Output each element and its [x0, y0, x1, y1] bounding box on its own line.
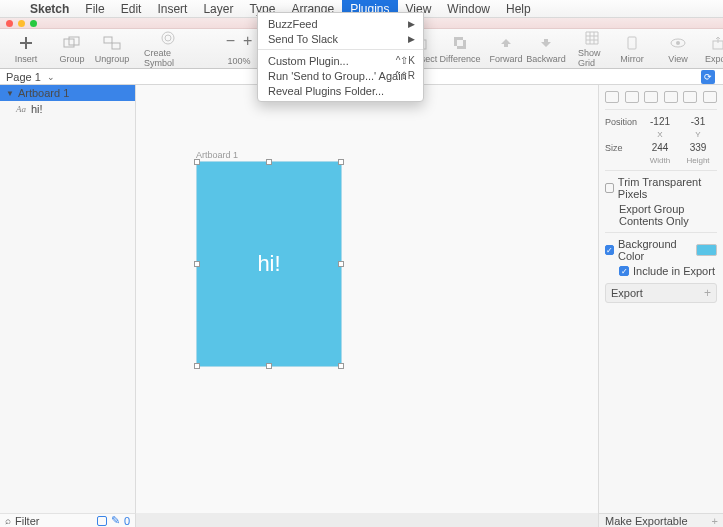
align-middle-icon[interactable]	[683, 91, 697, 103]
bgcolor-checkbox[interactable]: ✓Background Color	[605, 238, 717, 262]
symbol-icon	[160, 29, 176, 47]
svg-rect-15	[457, 40, 463, 46]
minimize-window-icon[interactable]	[18, 20, 25, 27]
align-bottom-icon[interactable]	[703, 91, 717, 103]
svg-point-6	[162, 32, 174, 44]
menu-layer[interactable]: Layer	[195, 0, 241, 18]
artboard[interactable]: hi!	[196, 161, 342, 367]
zoom-window-icon[interactable]	[30, 20, 37, 27]
resize-handle[interactable]	[338, 261, 344, 267]
mirror-button[interactable]: Mirror	[612, 29, 652, 68]
disclosure-triangle-icon[interactable]: ▼	[6, 89, 14, 98]
size-label: Size	[605, 143, 641, 153]
apple-menu-icon[interactable]	[6, 7, 22, 11]
checkbox-icon: ✓	[619, 266, 629, 276]
backward-icon	[539, 33, 553, 53]
difference-icon	[453, 33, 467, 53]
layer-name: hi!	[31, 103, 43, 115]
menu-item-buzzfeed[interactable]: BuzzFeed▶	[258, 16, 423, 31]
menu-item-custom-plugin[interactable]: Custom Plugin...^⇧K	[258, 53, 423, 68]
plus-icon[interactable]: +	[704, 286, 711, 300]
view-button[interactable]: View	[658, 29, 698, 68]
align-center-icon[interactable]	[625, 91, 639, 103]
shortcut: ^⇧K	[396, 55, 415, 66]
svg-point-18	[676, 41, 680, 45]
svg-rect-16	[628, 37, 636, 49]
forward-icon	[499, 33, 513, 53]
inspector-panel: Position -121 -31 XY Size 244 339 WidthH…	[598, 85, 723, 513]
plus-icon[interactable]: +	[712, 515, 723, 527]
search-icon[interactable]: ⌕	[5, 515, 11, 526]
zoom-out-icon[interactable]: −	[226, 32, 235, 50]
chevron-down-icon[interactable]: ⌄	[47, 72, 55, 82]
workspace: ▼ Artboard 1 Aa hi! Artboard 1 hi!	[0, 85, 723, 513]
menu-insert[interactable]: Insert	[149, 0, 195, 18]
color-swatch[interactable]	[696, 244, 717, 256]
show-grid-button[interactable]: Show Grid	[572, 29, 612, 68]
difference-button[interactable]: Difference	[440, 29, 480, 68]
insert-button[interactable]: Insert	[6, 29, 46, 68]
resize-handle[interactable]	[338, 159, 344, 165]
trim-checkbox[interactable]: Trim Transparent Pixels	[605, 176, 717, 200]
filter-input[interactable]: Filter	[15, 515, 39, 527]
resize-handle[interactable]	[194, 363, 200, 369]
export-group-checkbox[interactable]: Export Group Contents Only	[605, 203, 717, 227]
menu-item-send-to-slack[interactable]: Send To Slack▶	[258, 31, 423, 46]
position-label: Position	[605, 117, 641, 127]
zoom-in-icon[interactable]: +	[243, 32, 252, 50]
close-window-icon[interactable]	[6, 20, 13, 27]
checkbox-icon: ✓	[605, 245, 614, 255]
ungroup-button[interactable]: Ungroup	[92, 29, 132, 68]
svg-rect-5	[112, 43, 120, 49]
canvas-text[interactable]: hi!	[257, 251, 280, 277]
align-right-icon[interactable]	[644, 91, 658, 103]
filter-toggle-icon[interactable]	[97, 516, 107, 526]
align-left-icon[interactable]	[605, 91, 619, 103]
menu-window[interactable]: Window	[439, 0, 498, 18]
resize-handle[interactable]	[194, 159, 200, 165]
refresh-icon[interactable]: ⟳	[701, 70, 715, 84]
mirror-icon	[625, 33, 639, 53]
menu-file[interactable]: File	[77, 0, 112, 18]
align-controls	[605, 89, 717, 110]
submenu-arrow-icon: ▶	[408, 34, 415, 44]
svg-rect-4	[104, 37, 112, 43]
page-label[interactable]: Page 1	[6, 71, 41, 83]
canvas[interactable]: Artboard 1 hi!	[136, 85, 598, 513]
menu-item-run-again[interactable]: Run 'Send to Group...' Again^⇧R	[258, 68, 423, 83]
width-input[interactable]: 244	[641, 142, 679, 153]
resize-handle[interactable]	[194, 261, 200, 267]
make-exportable-button[interactable]: Make Exportable +	[598, 513, 723, 527]
create-symbol-button[interactable]: Create Symbol	[138, 29, 198, 68]
layer-artboard[interactable]: ▼ Artboard 1	[0, 85, 135, 101]
align-top-icon[interactable]	[664, 91, 678, 103]
forward-button[interactable]: Forward	[486, 29, 526, 68]
resize-handle[interactable]	[266, 159, 272, 165]
export-button[interactable]: Export	[698, 29, 723, 68]
group-button[interactable]: Group	[52, 29, 92, 68]
menu-edit[interactable]: Edit	[113, 0, 150, 18]
pen-icon[interactable]: ✎	[111, 514, 120, 527]
export-section[interactable]: Export+	[605, 283, 717, 303]
artboard-title[interactable]: Artboard 1	[196, 150, 238, 160]
svg-rect-1	[20, 42, 32, 44]
ungroup-icon	[103, 33, 121, 53]
position-y-input[interactable]: -31	[679, 116, 717, 127]
submenu-arrow-icon: ▶	[408, 19, 415, 29]
resize-handle[interactable]	[338, 363, 344, 369]
menu-item-reveal-folder[interactable]: Reveal Plugins Folder...	[258, 83, 423, 98]
height-input[interactable]: 339	[679, 142, 717, 153]
plus-icon	[18, 33, 34, 53]
menu-help[interactable]: Help	[498, 0, 539, 18]
plugins-dropdown: BuzzFeed▶ Send To Slack▶ Custom Plugin..…	[257, 12, 424, 102]
app-name[interactable]: Sketch	[22, 0, 77, 18]
position-x-input[interactable]: -121	[641, 116, 679, 127]
layer-text[interactable]: Aa hi!	[0, 101, 135, 117]
filter-bar: ⌕ Filter ✎ 0	[0, 513, 136, 527]
layers-sidebar: ▼ Artboard 1 Aa hi!	[0, 85, 136, 513]
checkbox-icon	[605, 183, 614, 193]
filter-count: 0	[124, 515, 130, 527]
resize-handle[interactable]	[266, 363, 272, 369]
backward-button[interactable]: Backward	[526, 29, 566, 68]
include-export-checkbox[interactable]: ✓Include in Export	[605, 265, 717, 277]
